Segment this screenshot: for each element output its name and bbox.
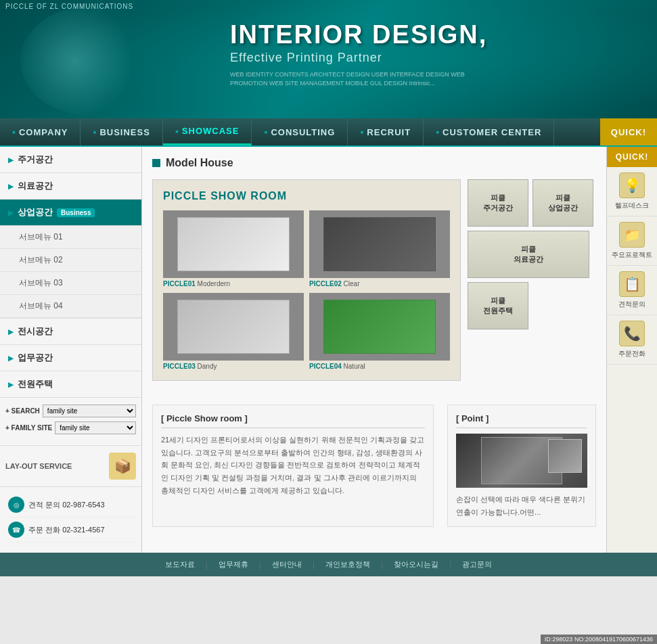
right-panel-order[interactable]: 📞 주문전화 — [607, 315, 657, 365]
point-heading: [ Point ] — [456, 413, 587, 428]
arrow-icon: ▶ — [8, 209, 14, 216]
sidebar-item-sangeopgong[interactable]: ▶ 상업공간 Business — [0, 200, 141, 226]
nav-bullet: ▪ — [12, 127, 16, 137]
point-text: 손잡이 선택에 따라 매우 색다른 분위기 연출이 가능합니다.어떤... — [456, 493, 587, 518]
quick-button[interactable]: QUICK! — [600, 118, 657, 145]
right-panel: QUICK! 💡 헬프데스크 📁 주요프로젝트 📋 견적문의 📞 주문전화 — [606, 147, 657, 553]
header-title-block: INTERIOR DESIGN, Effective Printing Part… — [230, 20, 501, 87]
family-label: + FAMILY SITE — [5, 424, 52, 432]
order-icon: 📞 — [619, 321, 645, 346]
contact-inquiry-text: 견적 문의 02-987-6543 — [28, 500, 105, 510]
main-subtitle: Effective Printing Partner — [230, 51, 501, 65]
thumb-piccle03[interactable]: PICCLE03 Dandy — [163, 293, 304, 370]
nav-consulting[interactable]: ▪ CONSULTING — [252, 118, 348, 145]
point-info: [ Point ] 손잡이 선택에 따라 매우 색다른 분위기 연출이 가능합니… — [447, 405, 596, 527]
showroom-title: PICCLE SHOW ROOM — [163, 190, 450, 202]
inquiry-icon: 📋 — [619, 271, 645, 297]
main-content: Model House PICCLE SHOW ROOM PICCLE01 — [142, 147, 606, 553]
projects-icon: 📁 — [619, 222, 645, 248]
content-wrapper: ▶ 주거공간 ▶ 의료공간 ▶ 상업공간 Business 서브메뉴 01 서브… — [0, 147, 657, 553]
arrow-icon: ▶ — [8, 354, 14, 362]
nav-company[interactable]: ▪ COMPANY — [0, 118, 81, 145]
thumb-label-03: PICCLE03 Dandy — [163, 363, 304, 370]
sidebar-sub-01[interactable]: 서브메뉴 01 — [0, 226, 141, 249]
footer-link-1[interactable]: 업무제휴 — [219, 559, 248, 570]
piccle-showroom-text: 21세기 디자인 프론티어로서의 이상을 실현하기 위해 전문적인 기획과정을 … — [161, 434, 425, 497]
sidebar-item-jeonwon[interactable]: ▶ 전원주택 — [0, 371, 141, 398]
sidebar-contact: ◎ 견적 문의 02-987-6543 ☎ 주문 전화 02-321-4567 — [0, 487, 141, 548]
sidebar-layout-service[interactable]: LAY-OUT SERVICE 📦 — [0, 446, 141, 487]
right-panel-helpdesk[interactable]: 💡 헬프데스크 — [607, 167, 657, 216]
cat-card-jugeo[interactable]: 피클주거공간 — [468, 179, 528, 227]
family-select[interactable]: family site — [55, 421, 136, 434]
thumb-image-03 — [163, 293, 304, 361]
bottom-info: [ Piccle Show room ] 21세기 디자인 프론티어로서의 이상… — [152, 405, 596, 527]
thumb-label-02: PICCLE02 Clear — [309, 280, 450, 288]
layout-icon: 📦 — [109, 453, 136, 480]
showroom-box: PICCLE SHOW ROOM PICCLE01 Moderdern — [152, 179, 461, 394]
footer-link-2[interactable]: 센터안내 — [272, 559, 302, 570]
cat-card-jeonwon[interactable]: 피클전원주택 — [468, 282, 528, 329]
header: PICCLE OF ZL COMMUNICATIONS INTERIOR DES… — [0, 0, 657, 118]
footer-link-4[interactable]: 찾아오시는길 — [394, 559, 438, 570]
search-select[interactable]: family site — [43, 405, 136, 417]
thumb-image-04 — [309, 293, 450, 361]
inquiry-label: 견적문의 — [618, 300, 645, 309]
main-nav: ▪ COMPANY ▪ BUSINESS ▪ SHOWCASE ▪ CONSUL… — [0, 118, 657, 147]
sidebar-item-jugeogong[interactable]: ▶ 주거공간 — [0, 147, 141, 173]
thumb-piccle02[interactable]: PICCLE02 Clear — [309, 210, 450, 288]
cat-card-uiroe[interactable]: 피클의료공간 — [468, 231, 589, 278]
thumb-image-01 — [163, 210, 304, 278]
nav-customer[interactable]: ▪ CUSTOMER CENTER — [424, 118, 554, 145]
arrow-icon: ▶ — [8, 381, 14, 388]
nav-bullet: ▪ — [360, 127, 364, 137]
sidebar-sub-02[interactable]: 서브메뉴 02 — [0, 249, 141, 272]
order-label: 주문전화 — [618, 349, 645, 359]
nav-bullet: ▪ — [93, 127, 97, 137]
main-title: INTERIOR DESIGN, — [230, 20, 501, 49]
arrow-icon: ▶ — [8, 156, 14, 164]
contact-icon-inquiry: ◎ — [8, 497, 24, 513]
thumb-piccle01[interactable]: PICCLE01 Moderdern — [163, 210, 304, 288]
thumb-label-01: PICCLE01 Moderdern — [163, 280, 304, 288]
sidebar-tools: + SEARCH family site + FAMILY SITE famil… — [0, 398, 141, 446]
footer-link-3[interactable]: 개인보호정책 — [325, 559, 370, 570]
search-label: + SEARCH — [5, 407, 40, 415]
sidebar-sub-03[interactable]: 서브메뉴 03 — [0, 272, 141, 295]
footer-link-5[interactable]: 광고문의 — [462, 559, 492, 570]
header-description: WEB IDENTITY CONTENTS ARCHITECT DESIGN U… — [230, 70, 501, 87]
right-panel-inquiry[interactable]: 📋 견적문의 — [607, 266, 657, 315]
showroom-grid: PICCLE01 Moderdern PICCLE02 Clear — [163, 210, 450, 370]
sidebar-item-uiroegong[interactable]: ▶ 의료공간 — [0, 173, 141, 200]
footer-link-0[interactable]: 보도자료 — [165, 559, 195, 570]
category-cards-area: 피클주거공간 피클상업공간 피클의료공간 피클전원주택 — [461, 179, 596, 394]
cat-card-sangeop[interactable]: 피클상업공간 — [533, 179, 593, 227]
projects-label: 주요프로젝트 — [612, 250, 652, 260]
active-badge: Business — [57, 208, 95, 217]
contact-row-inquiry: ◎ 견적 문의 02-987-6543 — [5, 492, 136, 518]
sidebar-sub-04[interactable]: 서브메뉴 04 — [0, 295, 141, 318]
nav-recruit[interactable]: ▪ RECRUIT — [348, 118, 424, 145]
helpdesk-label: 헬프데스크 — [615, 201, 649, 210]
nav-business[interactable]: ▪ BUSINESS — [81, 118, 162, 145]
nav-bullet: ▪ — [436, 127, 440, 137]
layout-service-label: LAY-OUT SERVICE — [5, 462, 109, 470]
gear-decoration — [20, 7, 156, 115]
right-panel-header: QUICK! — [607, 147, 657, 167]
nav-bullet: ▪ — [264, 127, 268, 137]
point-image-thumb — [548, 439, 582, 473]
arrow-icon: ▶ — [8, 183, 14, 190]
thumb-piccle04[interactable]: PICCLE04 Natural — [309, 293, 450, 370]
sidebar-item-eommu[interactable]: ▶ 업무공간 — [0, 345, 141, 371]
piccle-showroom-info: [ Piccle Show room ] 21세기 디자인 프론티어로서의 이상… — [152, 405, 434, 527]
site-name: PICCLE OF ZL COMMUNICATIONS — [5, 3, 133, 10]
contact-order-text: 주문 전화 02-321-4567 — [28, 525, 105, 535]
thumb-label-04: PICCLE04 Natural — [309, 363, 450, 370]
showcase-area: PICCLE SHOW ROOM PICCLE01 Moderdern — [152, 179, 596, 394]
thumb-image-02 — [309, 210, 450, 278]
nav-showcase[interactable]: ▪ SHOWCASE — [163, 118, 252, 145]
footer-nav: 보도자료 | 업무제휴 | 센터안내 | 개인보호정책 | 찾아오시는길 | 광… — [0, 553, 657, 576]
sidebar-item-jeonsi[interactable]: ▶ 전시공간 — [0, 319, 141, 345]
piccle-showroom-heading: [ Piccle Show room ] — [161, 413, 425, 428]
right-panel-projects[interactable]: 📁 주요프로젝트 — [607, 216, 657, 266]
